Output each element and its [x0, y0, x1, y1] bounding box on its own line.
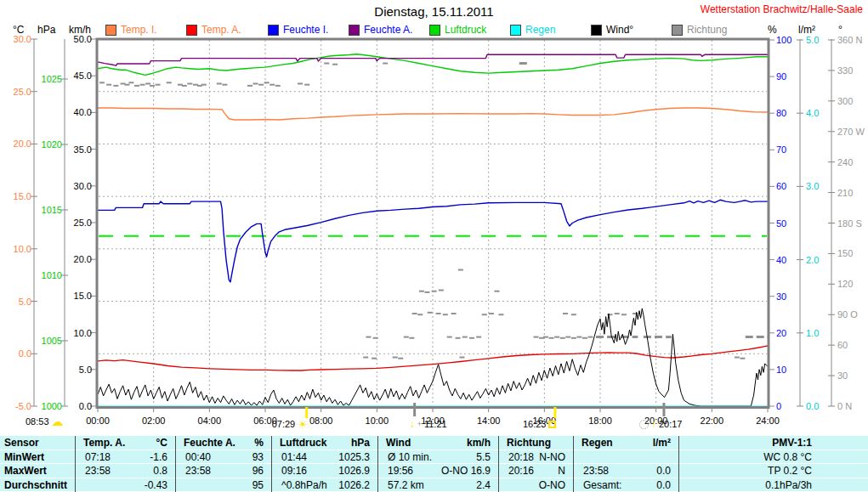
table-group-unit: hPa — [273, 437, 370, 449]
moonrise-time: 20:17 — [659, 419, 683, 429]
axis-tick-label: 210 — [837, 188, 853, 198]
table-value: 0.8 — [77, 465, 167, 477]
weather-chart-window: Dienstag, 15.11.2011 Wetterstation Brach… — [0, 0, 868, 492]
x-tick-label: 00:00 — [86, 416, 110, 426]
axis-tick-label: 15.0 — [74, 291, 92, 301]
table-value: 2.4 — [379, 479, 491, 491]
axis-tick-label: 40 — [776, 255, 786, 265]
x-tick-label: 02:00 — [142, 416, 166, 426]
axis-tick-label: 120 — [837, 279, 853, 289]
table-value: O-NO 16.9 — [379, 465, 491, 477]
x-tick-label: 14:00 — [477, 416, 501, 426]
axis-tick-label: 1015 — [42, 205, 62, 215]
sunset-marker: 16:23 — [523, 418, 557, 430]
moon-circle-icon — [639, 420, 649, 429]
table-value: 0.0 — [575, 479, 671, 491]
up-arrow-icon: ↑ — [651, 419, 656, 429]
series-temp-a — [98, 346, 768, 370]
table-group-header: PMV-1:1 — [680, 437, 812, 449]
axis-tick-label: 180 S — [837, 218, 862, 229]
table-column-separator — [678, 436, 679, 492]
wind-direction-points — [99, 64, 768, 359]
axis-tick-label: 1025 — [42, 74, 62, 84]
table-column-separator — [498, 436, 499, 492]
sun-icon: ☀ — [298, 419, 308, 430]
table-value: 1025.3 — [273, 451, 370, 463]
sunset-time: 16:23 — [523, 419, 547, 429]
axis-tick-label: 30.0 — [74, 181, 92, 191]
table-value: 1026.2 — [273, 479, 370, 491]
table-value: TP 0.2 °C — [680, 465, 812, 477]
axis-tick-label: 330 — [837, 65, 853, 76]
axis-tick-label: 20 — [776, 328, 786, 338]
table-group-header: Richtung — [507, 437, 551, 449]
sunrise-marker: 07:29☀ — [272, 418, 308, 430]
table-column-separator — [75, 436, 76, 492]
axis-tick-label: 30.0 — [14, 34, 31, 44]
table-value: 95 — [177, 479, 264, 491]
table-column-separator — [271, 436, 272, 492]
axis-tick-label: 4.0 — [806, 108, 819, 118]
axis-tick-label: 70 — [776, 144, 786, 155]
axis-tick-label: 2.0 — [806, 255, 819, 265]
axis-tick-label: 10.0 — [14, 244, 31, 254]
table-column-separator — [175, 436, 176, 492]
axis-tick-label: 270 W — [837, 127, 865, 137]
axis-tick-label: 30 — [837, 370, 848, 381]
axis-tick-label: 360 N — [837, 35, 862, 45]
table-value: 0.1hPa/3h — [680, 479, 812, 491]
table-value: 93 — [177, 451, 264, 463]
axis-tick-label: 5.0 — [79, 365, 92, 375]
table-value: 1026.9 — [273, 465, 370, 477]
axis-tick-label: 1005 — [42, 336, 62, 346]
axis-tick-label: 0.0 — [806, 401, 819, 411]
axis-tick-label: 25.0 — [74, 218, 92, 228]
axis-tick-label: 50 — [776, 218, 786, 229]
axis-tick-label: 45.0 — [74, 71, 92, 81]
gridlines — [99, 40, 767, 405]
table-column-separator — [377, 436, 378, 492]
axis-tick-label: 1020 — [42, 139, 62, 150]
axis-tick-label: 20.0 — [14, 139, 31, 149]
axis-tick-label: 20.0 — [74, 254, 92, 264]
x-tick-label: 08:00 — [309, 416, 333, 426]
axis-tick-label: 5.0 — [806, 35, 819, 45]
axis-tick-label: 50.0 — [74, 34, 92, 44]
axis-tick-label: 0.0 — [79, 401, 92, 411]
axis-tick-label: 40.0 — [74, 107, 92, 117]
left-time-marker: 08:53☁ — [26, 416, 64, 427]
axis-tick-label: 3.0 — [806, 181, 819, 191]
axis-tick-label: 90 O — [837, 309, 858, 320]
axis-tick-label: 0 — [776, 401, 781, 411]
x-tick-label: 10:00 — [366, 416, 389, 426]
x-tick-label: 24:00 — [756, 416, 780, 426]
axis-tick-label: 60 — [776, 181, 786, 191]
left-time-label: 08:53 — [26, 416, 49, 427]
moonset-marker: ↓+11:21 — [410, 418, 447, 430]
table-value: N-NO — [500, 451, 565, 463]
sunrise-time: 07:29 — [272, 419, 296, 429]
axis-tick-label: 100 — [776, 35, 791, 45]
axis-tick-label: 25.0 — [14, 87, 31, 97]
moonset-time: 11:21 — [424, 419, 447, 429]
axes: 30.025.020.015.010.05.00.0-5.01025102010… — [14, 34, 865, 411]
table-value: N — [500, 465, 565, 477]
axis-tick-label: 0.0 — [19, 348, 31, 359]
axis-tick-label: 10 — [776, 365, 786, 375]
table-group-unit: km/h — [379, 437, 491, 449]
axis-tick-label: 240 — [837, 157, 853, 167]
axis-tick-label: 1000 — [42, 401, 62, 411]
down-arrow-icon: ↓ — [410, 419, 415, 429]
table-value: WC 0.8 °C — [680, 451, 812, 463]
axis-tick-label: 15.0 — [14, 191, 31, 201]
axis-tick-label: -5.0 — [15, 401, 31, 411]
table-row-label: MinWert — [4, 451, 72, 463]
axis-tick-label: 35.0 — [74, 144, 92, 155]
table-column-separator — [573, 436, 574, 492]
axis-tick-label: 5.0 — [19, 297, 31, 307]
table-value: 96 — [177, 465, 264, 477]
sunset-icon — [548, 421, 556, 428]
axis-tick-label: 80 — [776, 108, 786, 118]
axis-tick-label: 150 — [837, 248, 853, 258]
x-tick-label: 04:00 — [198, 416, 222, 426]
